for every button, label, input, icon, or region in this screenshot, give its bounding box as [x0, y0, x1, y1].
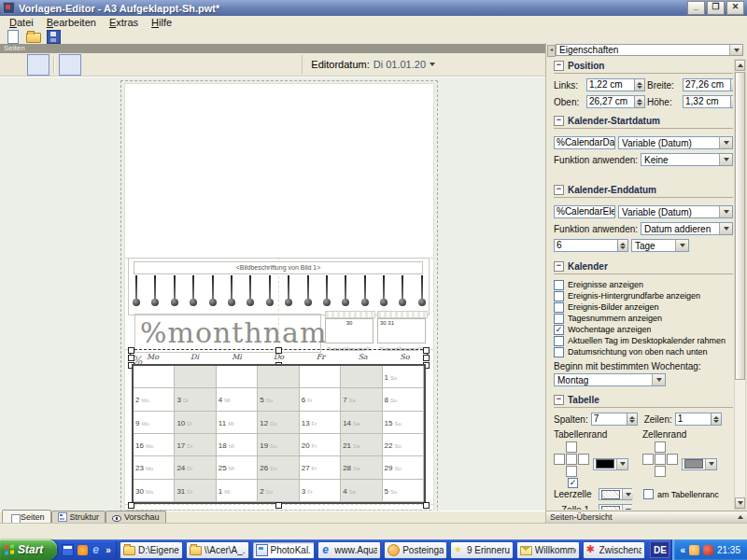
- scroll-up-button[interactable]: [735, 60, 745, 71]
- calendar-cell[interactable]: [134, 366, 175, 388]
- calendar-cell[interactable]: 19Do: [258, 434, 299, 456]
- properties-header-combo[interactable]: Eigenschaften: [556, 44, 743, 56]
- spinner-icon[interactable]: [730, 78, 733, 91]
- rectangle-tool-button[interactable]: [152, 54, 175, 76]
- tray-chevron-icon[interactable]: «: [680, 545, 685, 555]
- selection-handle[interactable]: [128, 502, 134, 509]
- spalten-field[interactable]: 7: [591, 413, 636, 426]
- tab-seiten[interactable]: Seiten: [2, 510, 51, 523]
- calendar-cell[interactable]: 7Sa: [341, 388, 382, 411]
- collapse-section-icon[interactable]: −: [554, 61, 564, 71]
- calendar-cell[interactable]: 2Mo: [134, 388, 175, 411]
- kalender-checkbox-2[interactable]: Ereignis-Bilder anzeigen: [554, 302, 733, 312]
- tabellenrand-color-dropdown[interactable]: [593, 458, 628, 470]
- taskbar-task-button[interactable]: Posteingan...: [384, 541, 447, 559]
- breite-field[interactable]: 27,26 cm: [683, 78, 733, 91]
- chevron-down-icon[interactable]: [622, 489, 633, 499]
- calendar-cell[interactable]: 1So: [383, 366, 424, 388]
- start-funktion-dropdown[interactable]: Keine: [641, 153, 733, 166]
- quick-launch-overflow[interactable]: »: [106, 545, 111, 555]
- close-button[interactable]: ✕: [726, 1, 744, 15]
- collapse-section-icon[interactable]: −: [554, 261, 564, 272]
- tabellenrand-checkbox[interactable]: ✓: [568, 478, 578, 488]
- calendar-cell[interactable]: 14Sa: [341, 412, 382, 434]
- pages-overview-bar[interactable]: Seiten-Übersicht: [546, 511, 747, 523]
- calendar-cell[interactable]: 16Mo: [134, 434, 175, 456]
- selection-handle[interactable]: [128, 347, 134, 354]
- app-window-icon[interactable]: [62, 544, 74, 556]
- save-floppy-button[interactable]: [46, 30, 62, 44]
- chevron-down-icon[interactable]: [719, 137, 732, 148]
- calendar-cell[interactable]: 20Fr: [300, 434, 341, 456]
- calendar-cell[interactable]: 6Fr: [300, 388, 341, 411]
- menu-item-hilfe[interactable]: Hilfe: [145, 16, 178, 29]
- calendar-cell[interactable]: 25Mi: [217, 456, 258, 479]
- calendar-cell[interactable]: 1Mi: [217, 480, 258, 502]
- collapse-panel-button[interactable]: ◂: [547, 45, 556, 57]
- template-page[interactable]: <Bildbeschriftung von Bild 1> %monthname…: [124, 83, 434, 511]
- calendar-cell[interactable]: 3Di: [175, 388, 216, 411]
- checkbox-box[interactable]: [554, 347, 564, 357]
- start-variable-type-dropdown[interactable]: Variable (Datum): [618, 136, 733, 149]
- chevron-down-icon[interactable]: [616, 459, 627, 469]
- calendar-cell[interactable]: 26Do: [258, 456, 299, 479]
- checkbox-box[interactable]: ✓: [554, 325, 564, 335]
- calendar-cell[interactable]: 21Sa: [341, 434, 382, 456]
- selection-handle[interactable]: [275, 502, 282, 509]
- calendar-cell[interactable]: 18Mi: [217, 434, 258, 456]
- month-title-text[interactable]: %monthname: [140, 315, 345, 351]
- calendar-cell[interactable]: 4Sa: [341, 480, 382, 502]
- chevron-up-icon[interactable]: [738, 515, 743, 519]
- taskbar-task-button[interactable]: PhotoKal...: [252, 541, 316, 559]
- calendar-cell[interactable]: 27Fr: [300, 456, 341, 479]
- calendar-cell[interactable]: 10Di: [175, 412, 216, 434]
- kalender-checkbox-6[interactable]: Datumsrichtung von oben nach unten: [554, 347, 733, 357]
- taskbar-task-button[interactable]: www.Aqua...: [317, 541, 381, 559]
- language-indicator[interactable]: DE: [650, 541, 669, 558]
- mini-calendar-prev[interactable]: 30: [325, 318, 374, 343]
- checkbox-box[interactable]: [554, 336, 564, 346]
- calendar-cell[interactable]: 3Fr: [300, 480, 341, 502]
- chevron-down-icon[interactable]: [719, 154, 732, 165]
- selection-handle[interactable]: [423, 355, 430, 361]
- zelle1-color-dropdown[interactable]: [599, 504, 632, 510]
- mini-calendar-next[interactable]: 30 31: [377, 318, 426, 343]
- taskbar-task-button[interactable]: \\Acer\A_...: [186, 541, 249, 559]
- kalender-checkbox-4[interactable]: ✓Wochentage anzeigen: [554, 325, 733, 334]
- calendar-cell[interactable]: 29So: [383, 456, 424, 479]
- spinner-icon[interactable]: [617, 239, 628, 252]
- calendar-cell[interactable]: 22So: [383, 434, 424, 456]
- camera-tool-button[interactable]: [176, 54, 198, 76]
- calendar-cell[interactable]: 5So: [383, 480, 424, 502]
- chevron-down-icon[interactable]: [719, 223, 732, 234]
- calendar-cell[interactable]: 23Mo: [134, 456, 175, 479]
- kalender-checkbox-0[interactable]: Ereignisse anzeigen: [554, 280, 733, 289]
- taskbar-task-button[interactable]: D:\Eigene ...: [120, 541, 183, 559]
- tab-vorschau[interactable]: Vorschau: [106, 511, 166, 523]
- calendar-cell[interactable]: [300, 366, 341, 388]
- spinner-icon[interactable]: [634, 95, 645, 108]
- editor-canvas[interactable]: <Bildbeschriftung von Bild 1> %monthname…: [0, 77, 545, 511]
- calendar-cell[interactable]: 8So: [383, 388, 424, 411]
- text-tool-button[interactable]: [106, 54, 128, 76]
- grid-view-button[interactable]: [27, 54, 49, 76]
- selection-handle[interactable]: [275, 347, 282, 354]
- spinner-icon[interactable]: [711, 413, 722, 426]
- calendar-cell[interactable]: [258, 366, 299, 388]
- tab-struktur[interactable]: Struktur: [51, 511, 106, 523]
- calendar-cell[interactable]: 4Mi: [217, 388, 258, 411]
- minimize-button[interactable]: _: [687, 1, 705, 15]
- end-variable-field[interactable]: %CalendarElementSt: [554, 205, 615, 218]
- tabellenrand-border-selector[interactable]: ✓: [554, 441, 590, 486]
- checkbox-box[interactable]: [554, 302, 564, 313]
- chevron-down-icon[interactable]: [675, 240, 688, 251]
- end-unit-dropdown[interactable]: Tage: [631, 239, 689, 252]
- menu-item-bearbeiten[interactable]: Bearbeiten: [40, 16, 103, 29]
- menu-item-extras[interactable]: Extras: [103, 16, 145, 29]
- zellenrand-color-dropdown[interactable]: [682, 458, 717, 470]
- checkbox-box[interactable]: [554, 314, 564, 324]
- calendar-cell[interactable]: 28Sa: [341, 456, 382, 479]
- calendar-grid[interactable]: 1So2Mo3Di4Mi5Do6Fr7Sa8So9Mo10Di11Mi12Do1…: [132, 364, 426, 504]
- direct-select-button[interactable]: [82, 54, 105, 76]
- ellipse-tool-button[interactable]: [129, 54, 151, 76]
